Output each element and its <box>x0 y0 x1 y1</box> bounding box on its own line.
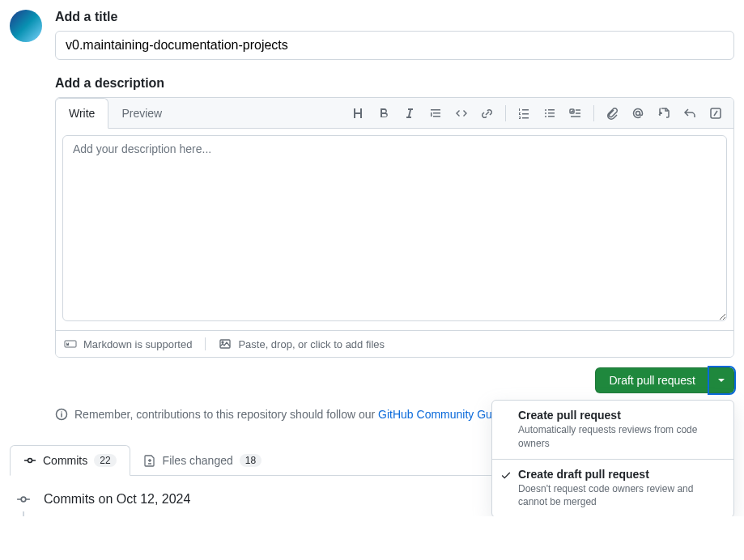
info-icon <box>55 408 68 421</box>
option-create-pr[interactable]: Create pull request Automatically reques… <box>492 401 733 459</box>
commits-count: 22 <box>94 454 116 467</box>
tab-write[interactable]: Write <box>55 98 108 129</box>
guidelines-prefix: Remember, contributions to this reposito… <box>74 408 378 421</box>
ordered-list-icon[interactable] <box>512 102 535 125</box>
slash-icon[interactable] <box>704 102 727 125</box>
markdown-support-link[interactable]: Markdown is supported <box>64 337 205 350</box>
option-create-draft-pr[interactable]: Create draft pull request Doesn't reques… <box>492 459 733 516</box>
markdown-support-text: Markdown is supported <box>83 338 192 350</box>
mention-icon[interactable] <box>627 102 649 125</box>
avatar[interactable] <box>10 10 42 42</box>
description-label: Add a description <box>55 76 734 91</box>
attach-icon[interactable] <box>601 102 623 125</box>
draft-pr-button[interactable]: Draft pull request <box>595 367 709 393</box>
cross-reference-icon[interactable] <box>653 102 675 125</box>
link-icon[interactable] <box>476 102 499 125</box>
markdown-toolbar <box>346 102 733 125</box>
svg-point-8 <box>222 342 223 343</box>
description-textarea[interactable] <box>62 135 727 321</box>
code-icon[interactable] <box>450 102 473 125</box>
commit-icon <box>23 454 36 467</box>
quote-icon[interactable] <box>424 102 447 125</box>
paste-files-link[interactable]: Paste, drop, or click to add files <box>205 337 398 350</box>
option-create-draft-pr-sub: Doesn't request code owners review and c… <box>518 482 724 510</box>
create-pr-split-button: Draft pull request <box>595 367 734 393</box>
svg-point-2 <box>545 116 546 117</box>
editor-tab-bar: Write Preview <box>56 98 733 129</box>
commit-icon <box>16 492 31 507</box>
title-input[interactable] <box>55 31 734 60</box>
description-box: Write Preview <box>55 97 734 358</box>
files-count: 18 <box>240 454 261 467</box>
italic-icon[interactable] <box>398 102 421 125</box>
svg-point-0 <box>545 109 546 111</box>
svg-point-11 <box>21 497 26 502</box>
pr-type-dropdown: Create pull request Automatically reques… <box>491 400 734 516</box>
reply-icon[interactable] <box>678 102 701 125</box>
svg-point-1 <box>545 112 546 114</box>
tab-files-label: Files changed <box>163 454 233 467</box>
svg-point-10 <box>28 459 32 463</box>
file-diff-icon <box>143 454 156 467</box>
unordered-list-icon[interactable] <box>538 102 561 125</box>
task-list-icon[interactable] <box>564 102 587 125</box>
pr-dropdown-caret[interactable] <box>709 367 734 393</box>
option-create-draft-pr-title: Create draft pull request <box>518 468 724 481</box>
timeline-date-heading: Commits on Oct 12, 2024 <box>44 492 190 507</box>
tab-commits-label: Commits <box>43 454 87 467</box>
tab-files-changed[interactable]: Files changed 18 <box>130 445 275 475</box>
option-create-pr-title: Create pull request <box>518 409 724 422</box>
tab-commits[interactable]: Commits 22 <box>10 445 130 476</box>
paste-files-text: Paste, drop, or click to add files <box>238 338 385 350</box>
heading-icon[interactable] <box>346 102 369 125</box>
check-icon <box>500 469 512 481</box>
option-create-pr-sub: Automatically requests reviews from code… <box>518 423 724 451</box>
tab-preview[interactable]: Preview <box>108 99 175 128</box>
title-label: Add a title <box>55 10 734 24</box>
bold-icon[interactable] <box>372 102 395 125</box>
